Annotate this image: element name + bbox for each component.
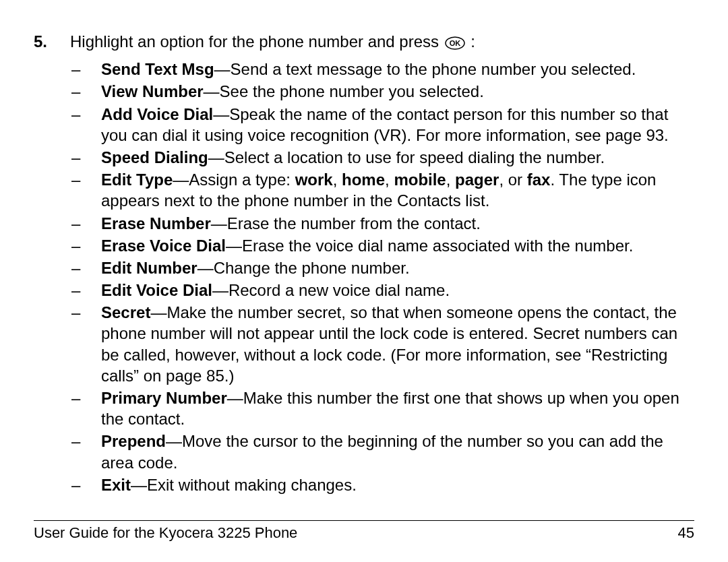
option-desc: —Move the cursor to the beginning of the… — [101, 432, 663, 471]
option-body: Edit Number—Change the phone number. — [101, 257, 694, 278]
option-desc: —Exit without making changes. — [131, 476, 357, 494]
bullet-dash: – — [70, 257, 101, 278]
option-desc: —Make the number secret, so that when so… — [101, 303, 677, 385]
option-send-text-msg: – Send Text Msg—Send a text message to t… — [70, 59, 694, 80]
bullet-dash: – — [70, 81, 101, 102]
option-desc: —Select a location to use for speed dial… — [208, 148, 605, 166]
option-body: Edit Voice Dial—Record a new voice dial … — [101, 280, 694, 301]
option-label: Speed Dialing — [101, 148, 208, 166]
step-body: Highlight an option for the phone number… — [70, 31, 694, 497]
bullet-dash: – — [70, 104, 101, 146]
option-body: View Number—See the phone number you sel… — [101, 81, 694, 102]
step-5: 5. Highlight an option for the phone num… — [34, 31, 694, 497]
bullet-dash: – — [70, 431, 101, 472]
option-body: Speed Dialing—Select a location to use f… — [101, 147, 694, 168]
option-body: Send Text Msg—Send a text message to the… — [101, 59, 694, 80]
option-secret: – Secret—Make the number secret, so that… — [70, 302, 694, 386]
sep: , — [385, 170, 394, 189]
option-desc: —Send a text message to the phone number… — [214, 60, 636, 78]
option-desc: —Record a new voice dial name. — [212, 281, 450, 299]
option-desc-pre: —Assign a type: — [173, 170, 295, 189]
page-number: 45 — [678, 524, 694, 543]
option-desc: —See the phone number you selected. — [204, 82, 484, 100]
step-lead-text: Highlight an option for the phone number… — [70, 32, 444, 51]
type-mobile: mobile — [394, 170, 446, 189]
option-erase-voice-dial: – Erase Voice Dial—Erase the voice dial … — [70, 235, 694, 256]
option-label: Erase Voice Dial — [101, 237, 226, 255]
option-prepend: – Prepend—Move the cursor to the beginni… — [70, 431, 694, 472]
or-word: or — [508, 170, 522, 189]
type-fax: fax — [527, 170, 551, 189]
type-pager: pager — [455, 170, 499, 189]
option-list: – Send Text Msg—Send a text message to t… — [70, 59, 694, 495]
option-desc: —Erase the voice dial name associated wi… — [226, 237, 633, 255]
bullet-dash: – — [70, 213, 101, 234]
option-body: Add Voice Dial—Speak the name of the con… — [101, 104, 694, 146]
option-edit-number: – Edit Number—Change the phone number. — [70, 257, 694, 278]
option-edit-voice-dial: – Edit Voice Dial—Record a new voice dia… — [70, 280, 694, 301]
option-primary-number: – Primary Number—Make this number the fi… — [70, 387, 694, 429]
bullet-dash: – — [70, 235, 101, 256]
sep — [522, 170, 527, 189]
option-body: Exit—Exit without making changes. — [101, 474, 694, 495]
sep: , — [499, 170, 508, 189]
document-page: 5. Highlight an option for the phone num… — [0, 0, 728, 562]
step-colon: : — [466, 32, 475, 51]
option-label: Edit Voice Dial — [101, 281, 212, 299]
option-add-voice-dial: – Add Voice Dial—Speak the name of the c… — [70, 104, 694, 146]
option-label: Erase Number — [101, 214, 211, 232]
step-number: 5. — [34, 31, 70, 497]
option-label: View Number — [101, 82, 204, 100]
option-label: Exit — [101, 476, 131, 494]
option-view-number: – View Number—See the phone number you s… — [70, 81, 694, 102]
option-body: Erase Number—Erase the number from the c… — [101, 213, 694, 234]
bullet-dash: – — [70, 387, 101, 429]
option-label: Primary Number — [101, 389, 227, 407]
svg-text:OK: OK — [449, 39, 460, 47]
option-body: Primary Number—Make this number the firs… — [101, 387, 694, 429]
option-desc: —Change the phone number. — [198, 259, 410, 277]
option-label: Edit Type — [101, 170, 173, 189]
page-footer: User Guide for the Kyocera 3225 Phone 45 — [34, 520, 694, 543]
option-speed-dialing: – Speed Dialing—Select a location to use… — [70, 147, 694, 168]
ok-key-icon: OK — [445, 34, 465, 55]
option-label: Secret — [101, 303, 150, 321]
option-edit-type: – Edit Type—Assign a type: work, home, m… — [70, 169, 694, 211]
option-label: Send Text Msg — [101, 60, 214, 78]
option-label: Add Voice Dial — [101, 105, 213, 123]
bullet-dash: – — [70, 147, 101, 168]
option-body: Erase Voice Dial—Erase the voice dial na… — [101, 235, 694, 256]
bullet-dash: – — [70, 302, 101, 386]
type-home: home — [342, 170, 385, 189]
option-body: Edit Type—Assign a type: work, home, mob… — [101, 169, 694, 211]
option-exit: – Exit—Exit without making changes. — [70, 474, 694, 495]
option-label: Edit Number — [101, 259, 198, 277]
option-label: Prepend — [101, 432, 166, 450]
option-erase-number: – Erase Number—Erase the number from the… — [70, 213, 694, 234]
option-desc: —Erase the number from the contact. — [211, 214, 481, 232]
sep: , — [446, 170, 455, 189]
type-work: work — [295, 170, 333, 189]
option-body: Prepend—Move the cursor to the beginning… — [101, 431, 694, 472]
bullet-dash: – — [70, 474, 101, 495]
sep: , — [333, 170, 342, 189]
option-body: Secret—Make the number secret, so that w… — [101, 302, 694, 386]
bullet-dash: – — [70, 280, 101, 301]
footer-title: User Guide for the Kyocera 3225 Phone — [34, 524, 297, 543]
bullet-dash: – — [70, 169, 101, 211]
bullet-dash: – — [70, 59, 101, 80]
